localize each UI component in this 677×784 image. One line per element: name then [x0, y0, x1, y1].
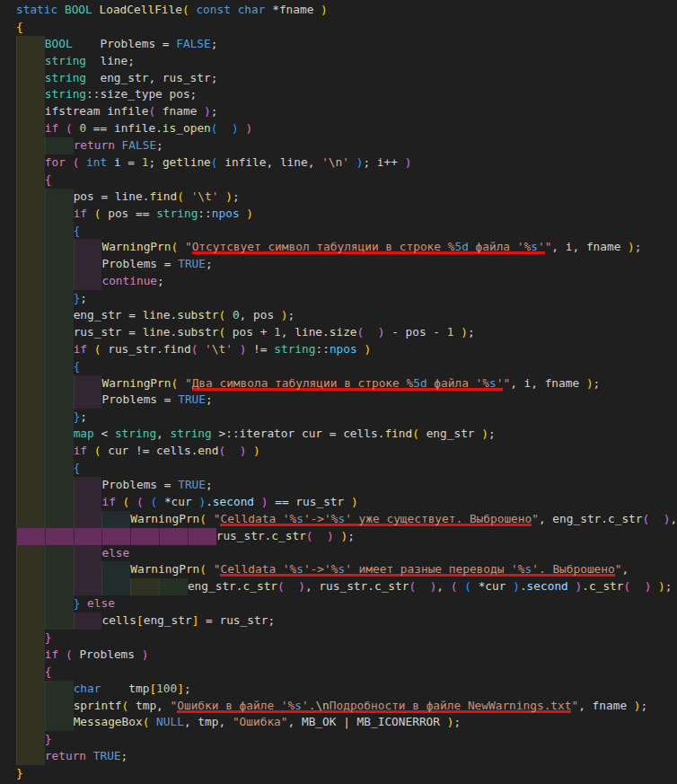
misspelled-string-token: '->' [303, 562, 331, 577]
indent-guide [16, 120, 45, 137]
editor[interactable]: static BOOL LoadCellFile( const char *fn… [0, 0, 677, 782]
indent-guide [16, 290, 45, 307]
bracket-token: ( [150, 495, 157, 508]
code-line[interactable]: if ( ( ( *cur ).second ) == rus_str ) [16, 494, 677, 511]
bracket-token: ( [464, 579, 471, 593]
bracket-token: ( [306, 529, 313, 542]
code-token [66, 155, 73, 169]
indent-guide [16, 681, 45, 698]
indent-guide [16, 714, 45, 731]
code-line[interactable]: for ( int i = 1; getline( infile, line, … [16, 154, 677, 172]
code-line[interactable]: cells[eng_str] = rus_str; [16, 612, 677, 630]
code-token: , [670, 512, 677, 525]
indent-guide [16, 223, 45, 240]
code-line[interactable]: { [16, 358, 677, 375]
indent-error-highlight [130, 528, 159, 545]
type-token: string [45, 54, 86, 67]
code-line[interactable]: string eng_str, rus_str; [16, 70, 677, 87]
code-line[interactable]: static BOOL LoadCellFile( const char *fn… [16, 2, 677, 19]
code-line[interactable]: { [16, 19, 677, 36]
code-line[interactable]: WarningPrn( "Отсутсвует символ табуляции… [16, 239, 677, 256]
code-line[interactable]: Problems = TRUE; [16, 392, 677, 409]
code-line[interactable]: rus_str.c_str( ) ); [16, 528, 677, 545]
code-line[interactable]: { [16, 223, 677, 240]
bracket-token: ) [142, 647, 149, 661]
code-line[interactable]: pos = line.find( '\t' ); [16, 189, 677, 206]
type-token: string [274, 342, 315, 356]
bracket-token: ) [351, 495, 358, 508]
code-line[interactable]: map < string, string >::iterator cur = c… [16, 426, 677, 443]
bracket-token: ( [199, 562, 207, 576]
code-line[interactable]: } [16, 731, 677, 748]
misspelled-string-token: файла ' [427, 376, 483, 391]
code-token: == infile. [86, 121, 163, 135]
code-line[interactable]: }; [16, 409, 677, 426]
indent-guide [16, 460, 45, 477]
code-line[interactable]: continue; [16, 273, 677, 290]
code-line[interactable]: if ( rus_str.find( '\t' ) != string::npo… [16, 341, 677, 358]
code-line[interactable]: WarningPrn( "Celldata '%s'->'%s' имеет р… [16, 561, 677, 578]
code-line[interactable]: sprintf( tmp, "Ошибки в файле '%s'.\nПод… [16, 698, 677, 715]
code-token: rus_str = line. [74, 325, 178, 339]
code-token: ; [211, 37, 218, 50]
bracket-token: ( [277, 579, 285, 593]
code-token: ; [121, 749, 128, 762]
code-line[interactable]: if ( Problems ) [16, 647, 677, 664]
code-line[interactable]: string line; [16, 53, 677, 70]
misspelled-string-token: ' уже существует. Выброшено [345, 512, 532, 526]
code-line[interactable]: ifstream infile( fname ); [16, 103, 677, 120]
code-line[interactable]: { [16, 664, 677, 681]
bracket-token: } [45, 630, 52, 644]
code-line[interactable]: else [16, 545, 677, 562]
code-token: *fname [265, 3, 321, 16]
code-token: , MB_OK | MB_ICONERROR [288, 715, 447, 728]
misspelled-format-specifier-token: s [296, 562, 303, 577]
keyword-token: char [238, 3, 266, 16]
code-line[interactable]: } [16, 765, 677, 782]
code-line[interactable]: }; [16, 290, 677, 307]
code-token: , [621, 562, 629, 576]
code-line[interactable]: Problems = TRUE; [16, 256, 677, 273]
code-token: , eng_str. [539, 512, 608, 525]
code-line[interactable]: return TRUE; [16, 748, 677, 765]
indent-guide [130, 578, 159, 595]
code-line[interactable]: } else [16, 595, 677, 612]
code-line[interactable]: return FALSE; [16, 137, 677, 154]
code-token [225, 308, 233, 322]
keyword-token: if [74, 444, 87, 457]
indent-guide [74, 545, 102, 562]
code-line[interactable]: string::size_type pos; [16, 86, 677, 103]
code-line[interactable]: { [16, 172, 677, 189]
code-line[interactable]: Problems = TRUE; [16, 477, 677, 494]
number-token: 100 [156, 682, 177, 695]
indent-guide [45, 595, 74, 612]
code-line[interactable]: if ( pos == string::npos ) [16, 206, 677, 223]
code-line[interactable]: if ( cur != cells.end( ) ) [16, 443, 677, 460]
code-line[interactable]: } [16, 630, 677, 647]
code-line[interactable]: if ( 0 == infile.is_open( ) ) [16, 120, 677, 137]
code-line[interactable]: rus_str = line.substr( pos + 1, line.siz… [16, 324, 677, 341]
string-token: "Ошибка" [233, 715, 288, 728]
function-token: c_str [608, 512, 643, 525]
code-token: ; [347, 529, 355, 542]
type-token: string [45, 71, 86, 84]
function-token: sprintf [74, 699, 122, 712]
number-token: 0 [79, 121, 86, 135]
bracket-token: } [16, 766, 23, 780]
code-line[interactable]: BOOL Problems = FALSE; [16, 36, 677, 53]
code-line[interactable]: char tmp[100]; [16, 681, 677, 698]
indent-guide [16, 154, 45, 172]
indent-error-highlight [16, 528, 45, 545]
code-token [184, 189, 191, 203]
code-line[interactable]: WarningPrn( "Два символа табуляции в стр… [16, 375, 677, 392]
code-line[interactable]: MessageBox( NULL, tmp, "Ошибка", MB_OK |… [16, 714, 677, 731]
function-token: getline [163, 155, 211, 169]
code-line[interactable]: eng_str = line.substr( 0, pos ); [16, 307, 677, 324]
code-token: ; [80, 410, 87, 423]
code-line[interactable]: eng_str.c_str( ), rus_str.c_str( ), ( ( … [16, 578, 677, 595]
code-line[interactable]: WarningPrn( "Celldata '%s'->'%s' уже сущ… [16, 511, 677, 528]
function-token: WarningPrn [130, 512, 199, 525]
type-token: string [115, 427, 156, 440]
code-line[interactable]: { [16, 460, 677, 477]
indent-guide [16, 324, 45, 341]
